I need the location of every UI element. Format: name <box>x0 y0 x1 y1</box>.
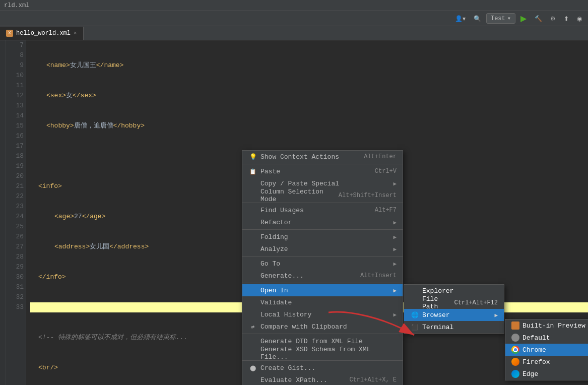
refactor-arrow-icon: ▶ <box>393 219 397 226</box>
menu-item-refactor[interactable]: Refactor ▶ <box>242 216 403 228</box>
paste-icon: 📋 <box>248 167 257 176</box>
compare-clipboard-label: Compare with Clipboard <box>260 323 397 331</box>
local-history-arrow-icon: ▶ <box>393 311 397 318</box>
compare-icon: ⇄ <box>248 322 257 331</box>
separator-4 <box>242 256 403 256</box>
file-path-shortcut: Ctrl+Alt+F12 <box>454 299 498 306</box>
menu-item-builtin-preview[interactable]: Built-in Preview <box>505 319 588 332</box>
generate-shortcut: Alt+Insert <box>360 272 397 279</box>
builtin-preview-label: Built-in Preview <box>522 322 588 330</box>
edge-label: Edge <box>522 370 588 378</box>
build-button[interactable]: 🔨 <box>532 14 545 23</box>
builtin-preview-icon <box>511 322 519 330</box>
menu-item-create-gist[interactable]: ⬤ Create Gist... <box>242 362 403 374</box>
menu-item-compare-clipboard[interactable]: ⇄ Compare with Clipboard <box>242 320 403 333</box>
create-gist-label: Create Gist... <box>260 364 397 372</box>
menu-item-default-browser[interactable]: Default <box>505 332 588 344</box>
menu-item-validate[interactable]: Validate <box>242 296 403 308</box>
menu-item-edge[interactable]: Edge <box>505 368 588 380</box>
menu-item-folding[interactable]: Folding ▶ <box>242 231 403 243</box>
find-usages-label: Find Usages <box>260 207 365 214</box>
menu-item-analyze[interactable]: Analyze ▶ <box>242 243 403 255</box>
tab-label: hello_world.xml <box>16 30 71 37</box>
menu-item-column-selection[interactable]: Column Selection Mode Alt+Shift+Insert <box>242 189 403 202</box>
separator-5 <box>242 283 403 283</box>
analyze-arrow-icon: ▶ <box>393 246 397 252</box>
default-browser-icon <box>511 334 519 342</box>
profile-button[interactable]: ◉ <box>574 14 585 23</box>
menu-item-chrome[interactable]: Chrome <box>505 344 588 356</box>
edge-icon <box>511 370 519 378</box>
menu-item-open-in[interactable]: Open In ▶ Explorer File Path Ctrl+Alt+F1… <box>242 284 403 296</box>
go-to-arrow-icon: ▶ <box>393 261 397 267</box>
chevron-icon: ▾ <box>507 15 511 22</box>
settings-button[interactable]: ⚙ <box>547 14 559 23</box>
copy-paste-special-label: Copy / Paste Special <box>260 180 393 187</box>
test-dropdown[interactable]: Test ▾ <box>486 13 515 24</box>
local-history-label: Local History <box>260 311 393 318</box>
tab-close-button[interactable]: × <box>74 30 77 36</box>
browser-icon: 🌐 <box>410 310 419 319</box>
menu-item-file-path[interactable]: File Path Ctrl+Alt+F12 <box>404 297 504 309</box>
go-to-label: Go To <box>260 260 393 268</box>
menu-item-terminal[interactable]: ⬛ Terminal <box>404 321 504 333</box>
separator-3 <box>242 229 403 230</box>
generate-dtd-label: Generate DTD from XML File <box>260 338 397 345</box>
default-browser-label: Default <box>522 334 588 342</box>
terminal-icon: ⬛ <box>410 323 419 332</box>
xml-file-icon: X <box>6 30 13 37</box>
test-label: Test <box>491 15 505 22</box>
evaluate-xpath-shortcut: Ctrl+Alt+X, E <box>349 376 397 383</box>
tab-bar: X hello_world.xml × <box>0 26 588 40</box>
nav-gutter <box>0 40 6 385</box>
run-button[interactable]: ▶ <box>517 13 530 24</box>
separator-1 <box>242 164 403 164</box>
explorer-label: Explorer <box>422 287 498 295</box>
column-selection-shortcut: Alt+Shift+Insert <box>339 192 397 199</box>
title-text: rld.xml <box>4 2 29 9</box>
menu-item-firefox[interactable]: Firefox <box>505 356 588 368</box>
menu-item-explorer[interactable]: Explorer <box>404 285 504 297</box>
browser-label: Browser <box>422 311 494 319</box>
analyze-label: Analyze <box>260 245 393 253</box>
menu-item-show-context-actions[interactable]: 💡 Show Context Actions Alt+Enter <box>242 151 403 163</box>
generate-xsd-label: Generate XSD Schema from XML File... <box>260 346 397 361</box>
lightbulb-icon: 💡 <box>248 152 257 161</box>
firefox-label: Firefox <box>522 358 588 366</box>
browser-arrow-icon: ▶ <box>494 312 498 318</box>
submenu-open-in: Explorer File Path Ctrl+Alt+F12 🌐 Browse… <box>404 284 504 334</box>
separator-6 <box>242 334 403 334</box>
search-button[interactable]: 🔍 <box>471 14 484 23</box>
evaluate-xpath-label: Evaluate XPath... <box>260 376 339 384</box>
context-menu-overlay: 💡 Show Context Actions Alt+Enter 📋 Paste… <box>6 40 588 385</box>
github-icon: ⬤ <box>248 363 257 372</box>
terminal-label: Terminal <box>422 324 498 331</box>
validate-label: Validate <box>260 299 397 306</box>
title-bar: rld.xml <box>0 0 588 11</box>
copy-paste-arrow-icon: ▶ <box>393 180 397 187</box>
firefox-icon <box>511 358 519 366</box>
menu-item-go-to[interactable]: Go To ▶ <box>242 258 403 270</box>
refactor-label: Refactor <box>260 219 393 226</box>
menu-item-find-usages[interactable]: Find Usages Alt+F7 <box>242 204 403 216</box>
avatar-button[interactable]: 👤▾ <box>452 14 469 23</box>
menu-item-generate-xsd[interactable]: Generate XSD Schema from XML File... <box>242 347 403 359</box>
menu-item-browser[interactable]: 🌐 Browser ▶ Built-in Preview <box>404 309 504 321</box>
folding-label: Folding <box>260 233 393 241</box>
paste-label: Paste <box>260 168 365 175</box>
paste-shortcut: Ctrl+V <box>375 168 397 175</box>
open-in-label: Open In <box>260 287 393 294</box>
menu-item-local-history[interactable]: Local History ▶ <box>242 308 403 320</box>
open-in-arrow-icon: ▶ <box>393 287 397 294</box>
menu-item-paste[interactable]: 📋 Paste Ctrl+V <box>242 165 403 177</box>
editor[interactable]: 7 8 9 10 11 12 13 14 15 16 17 18 19 20 2… <box>6 40 588 385</box>
menu-item-evaluate-xpath[interactable]: Evaluate XPath... Ctrl+Alt+X, E <box>242 374 403 385</box>
submenu-browser: Built-in Preview Default Chrome <box>505 319 588 380</box>
menu-item-generate[interactable]: Generate... Alt+Insert <box>242 270 403 282</box>
find-usages-shortcut: Alt+F7 <box>375 207 397 214</box>
chrome-label: Chrome <box>522 346 588 354</box>
show-context-actions-shortcut: Alt+Enter <box>364 153 397 160</box>
main-area: 7 8 9 10 11 12 13 14 15 16 17 18 19 20 2… <box>0 40 588 385</box>
tab-hello-world-xml[interactable]: X hello_world.xml × <box>0 27 84 40</box>
update-button[interactable]: ⬆ <box>561 14 572 23</box>
